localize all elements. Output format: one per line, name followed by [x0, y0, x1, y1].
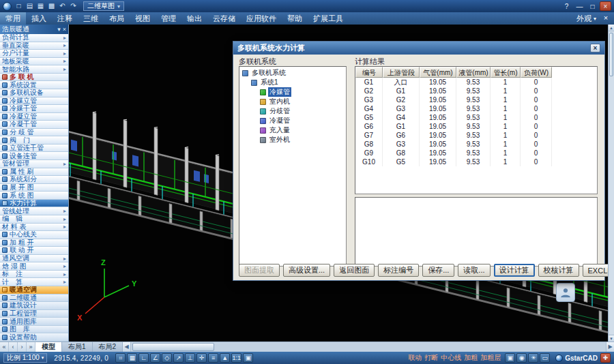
sidebar-item[interactable]: 暖通空调 ▸: [0, 286, 68, 294]
sidebar-item[interactable]: 系统划分 ▸: [0, 176, 68, 184]
close-button[interactable]: ×: [600, 1, 611, 11]
sidebar-item[interactable]: 冷媒立管 ▸: [0, 97, 68, 106]
table-cell[interactable]: G5: [383, 157, 420, 166]
table-cell[interactable]: 9.53: [456, 87, 491, 95]
table-cell[interactable]: G2: [383, 95, 420, 104]
table-cell[interactable]: 1: [491, 149, 521, 157]
open-file-icon[interactable]: ▤: [25, 1, 35, 11]
sidebar-item[interactable]: 焓 湿 图 ▸: [0, 262, 68, 271]
menu-tab-三维[interactable]: 三维: [78, 12, 104, 25]
table-cell[interactable]: 0: [521, 149, 552, 157]
table-cell[interactable]: 0: [521, 131, 552, 140]
menu-tab-视图[interactable]: 视图: [130, 12, 156, 25]
menu-tab-输出[interactable]: 输出: [181, 12, 207, 25]
table-cell[interactable]: 19.05: [420, 157, 456, 166]
new-file-icon[interactable]: □: [14, 1, 24, 11]
scroll-left-icon[interactable]: ◀: [123, 342, 131, 352]
document-close-button[interactable]: ×: [600, 13, 611, 24]
extract-from-drawing-button[interactable]: 图面提取: [239, 264, 280, 277]
sheet-tab-nav-button[interactable]: »: [27, 342, 35, 352]
table-cell[interactable]: 19.05: [420, 113, 456, 122]
pin-panel-icon[interactable]: ▾: [57, 26, 61, 33]
table-cell[interactable]: 0: [521, 95, 552, 104]
sidebar-item[interactable]: 系 统 图 ▸: [0, 192, 68, 200]
scroll-up-icon[interactable]: ▲: [609, 25, 614, 31]
dialog-close-button[interactable]: ×: [590, 44, 600, 52]
save-icon[interactable]: ▦: [35, 1, 46, 11]
sidebar-item[interactable]: 负荷计算 ▸: [0, 34, 68, 42]
table-cell[interactable]: G8: [383, 149, 420, 157]
table-cell[interactable]: G4: [383, 113, 420, 122]
sidebar-item[interactable]: 编 辑 ▸: [0, 215, 68, 224]
tree-item[interactable]: 冷媒管: [239, 87, 346, 97]
otrack-icon[interactable]: ↗: [173, 353, 184, 363]
tree-item[interactable]: 充入量: [239, 125, 346, 135]
sidebar-item[interactable]: 管材管理 ▸: [0, 160, 68, 168]
table-cell[interactable]: 9.53: [456, 122, 491, 131]
table-cell[interactable]: 9.53: [456, 140, 491, 149]
sheet-tab-nav-button[interactable]: ›: [18, 342, 27, 352]
table-cell[interactable]: 19.05: [420, 87, 456, 95]
table-cell[interactable]: G10: [355, 157, 383, 166]
status-toggle-中心线[interactable]: 中心线: [441, 353, 461, 363]
tree-item[interactable]: 多联机系统: [239, 68, 346, 78]
clean-screen-icon[interactable]: ▭: [540, 353, 550, 363]
sidebar-item[interactable]: 通用图库 ▸: [0, 318, 68, 326]
sheet-tab-模型[interactable]: 模型: [35, 342, 62, 352]
sidebar-item[interactable]: 加 粗 开 ▸: [0, 239, 68, 247]
table-cell[interactable]: 19.05: [420, 78, 456, 87]
menu-tab-帮助[interactable]: 帮助: [282, 12, 308, 25]
table-cell[interactable]: 19.05: [420, 140, 456, 149]
table-cell[interactable]: G6: [383, 131, 420, 140]
table-cell[interactable]: 19.05: [420, 131, 456, 140]
table-cell[interactable]: 1: [491, 122, 521, 131]
sidebar-item[interactable]: 二维暖通 ▸: [0, 294, 68, 303]
user-avatar-button[interactable]: [556, 283, 575, 302]
ortho-icon[interactable]: ∟: [138, 353, 149, 363]
sidebar-item[interactable]: 中心线关 ▸: [0, 231, 68, 239]
table-cell[interactable]: 9.53: [456, 104, 491, 113]
vertical-scrollbar[interactable]: ▲ ▼: [608, 25, 614, 342]
annotate-numbers-button[interactable]: 标注编号: [378, 264, 419, 277]
sidebar-item[interactable]: 设置帮助 ▸: [0, 333, 68, 342]
tree-item[interactable]: 分歧管: [239, 106, 346, 116]
table-cell[interactable]: 1: [491, 87, 521, 95]
table-cell[interactable]: G6: [355, 122, 383, 131]
table-cell[interactable]: 9.53: [456, 78, 491, 87]
sheet-tab-nav-button[interactable]: ‹: [9, 342, 18, 352]
sidebar-item[interactable]: 建筑设计 ▸: [0, 302, 68, 310]
horizontal-scrollbar[interactable]: ◀ ▶: [123, 342, 614, 352]
sidebar-item[interactable]: 分 歧 管 ▸: [0, 129, 68, 137]
menu-tab-注释[interactable]: 注释: [52, 12, 78, 25]
sidebar-item[interactable]: 管线处理 ▸: [0, 207, 68, 215]
sidebar-item[interactable]: 冷媒干管 ▸: [0, 105, 68, 113]
units-icon[interactable]: ▣: [243, 353, 253, 363]
table-cell[interactable]: 9.53: [456, 157, 491, 166]
table-cell[interactable]: 0: [521, 87, 552, 95]
menu-tab-布局[interactable]: 布局: [104, 12, 130, 25]
menu-tab-插入[interactable]: 插入: [26, 12, 52, 25]
sidebar-item[interactable]: 地板采暖 ▸: [0, 58, 68, 66]
sidebar-item[interactable]: 冷凝干管 ▸: [0, 121, 68, 129]
annotation-scale-icon[interactable]: ▲: [220, 353, 230, 363]
tree-item[interactable]: 冷凝管: [239, 116, 346, 125]
sidebar-item[interactable]: 智能水路 ▸: [0, 65, 68, 74]
design-calculation-button[interactable]: 设计计算: [494, 264, 535, 277]
table-cell[interactable]: 1: [491, 104, 521, 113]
table-cell[interactable]: G8: [355, 140, 383, 149]
advanced-settings-button[interactable]: 高级设置...: [283, 264, 330, 277]
sidebar-item[interactable]: 阀 门 ▸: [0, 136, 68, 145]
table-cell[interactable]: G1: [355, 78, 383, 87]
sidebar-item[interactable]: 材 料 表 ▸: [0, 224, 68, 232]
load-button[interactable]: 读取...: [458, 264, 490, 277]
menu-tab-扩展工具[interactable]: 扩展工具: [308, 12, 349, 25]
return-to-drawing-button[interactable]: 返回图面: [334, 264, 375, 277]
undo-icon[interactable]: ↶: [57, 1, 68, 11]
table-cell[interactable]: 9.53: [456, 95, 491, 104]
dialog-title-bar[interactable]: 多联机系统水力计算 ×: [233, 42, 604, 55]
hardware-accel-icon[interactable]: ☀: [528, 353, 538, 363]
workspace-icon[interactable]: 1:1: [231, 353, 242, 363]
osnap-icon[interactable]: ◇: [162, 353, 172, 363]
polar-icon[interactable]: ∠: [150, 353, 160, 363]
table-cell[interactable]: 0: [521, 78, 552, 87]
